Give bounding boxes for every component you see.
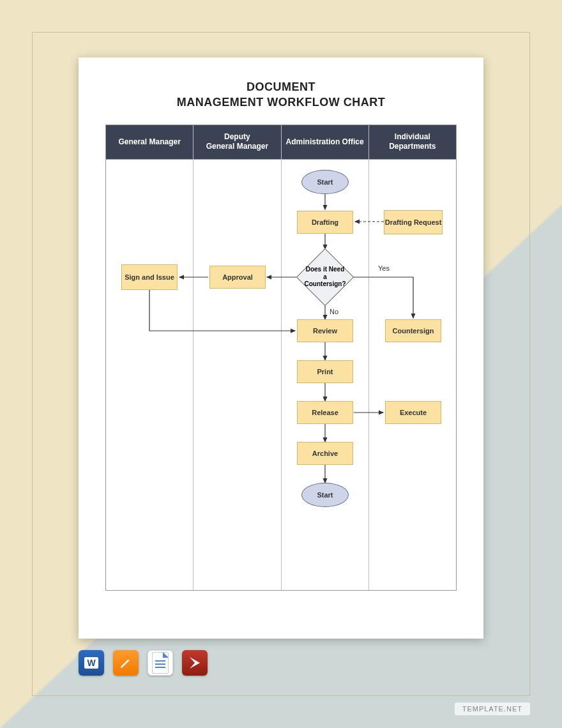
label-yes: Yes: [378, 264, 390, 272]
lane-header: General Manager: [106, 125, 193, 160]
node-sign-issue: Sign and Issue: [121, 264, 178, 290]
lane-header: Individual Departments: [369, 125, 456, 160]
word-icon[interactable]: W: [79, 650, 104, 676]
node-drafting-request: Drafting Request: [384, 210, 443, 234]
lanes: General Manager DeputyGeneral Manager Ad…: [106, 125, 456, 590]
credit-badge: TEMPLATE.NET: [455, 702, 530, 715]
label-no: No: [330, 308, 338, 315]
node-archive: Archive: [297, 442, 353, 465]
title-line-1: DOCUMENT: [79, 79, 483, 95]
pages-icon[interactable]: [113, 650, 139, 676]
title-line-2: MANAGEMENT WORKFLOW CHART: [79, 95, 483, 110]
lane-header: DeputyGeneral Manager: [194, 125, 280, 160]
decision-text: Does it Need a Countersign?: [297, 249, 353, 305]
node-countersign: Countersign: [385, 319, 441, 342]
page-title: DOCUMENT MANAGEMENT WORKFLOW CHART: [79, 57, 483, 125]
doc-page-icon: [152, 652, 169, 674]
node-decision: Does it Need a Countersign?: [297, 249, 353, 305]
lane-header-text: DeputyGeneral Manager: [206, 132, 268, 151]
node-start: Start: [301, 170, 349, 194]
swimlane-chart: General Manager DeputyGeneral Manager Ad…: [105, 125, 457, 591]
format-icons: W: [79, 650, 208, 676]
node-end: Start: [301, 483, 349, 507]
node-execute: Execute: [385, 401, 441, 424]
pdf-glyph-icon: [187, 655, 202, 671]
pdf-icon[interactable]: [182, 650, 208, 676]
node-review: Review: [297, 319, 353, 342]
lane-deputy-gm: DeputyGeneral Manager: [194, 125, 281, 590]
lane-admin-office: Administration Office: [282, 125, 369, 590]
node-print: Print: [297, 360, 353, 383]
node-drafting: Drafting: [297, 211, 353, 234]
lane-header: Administration Office: [282, 125, 368, 160]
lane-general-manager: General Manager: [106, 125, 194, 590]
document-page: DOCUMENT MANAGEMENT WORKFLOW CHART Gener…: [79, 57, 483, 639]
node-release: Release: [297, 401, 353, 424]
google-docs-icon[interactable]: [148, 650, 173, 676]
lane-individual-dept: Individual Departments: [369, 125, 456, 590]
pen-icon: [119, 656, 133, 670]
node-approval: Approval: [209, 266, 266, 289]
word-glyph: W: [84, 657, 98, 669]
